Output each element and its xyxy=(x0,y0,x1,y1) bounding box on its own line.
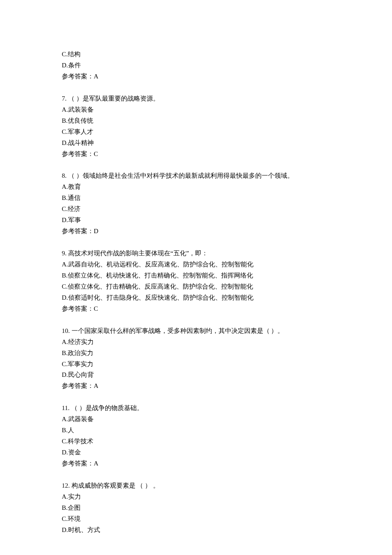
option-b: B.人 xyxy=(62,425,330,436)
option-text: 企图 xyxy=(68,504,81,511)
option-letter: C xyxy=(62,128,66,135)
option-letter: A xyxy=(62,183,66,190)
answer-line: 参考答案：A xyxy=(62,381,330,392)
option-text: 人 xyxy=(68,427,74,434)
option-d: D.战斗精神 xyxy=(62,138,330,149)
question-stem-line: 11. （ ）是战争的物质基础。 xyxy=(62,403,330,414)
option-text: 侦察立体化、机动快速化、打击精确化、控制智能化、指挥网络化 xyxy=(68,272,253,279)
answer-value: C xyxy=(94,305,98,312)
option-a: A.经济实力 xyxy=(62,337,330,348)
answer-label: 参考答案： xyxy=(62,150,94,157)
option-c: C.环境 xyxy=(62,514,330,525)
option-text: 武器装备 xyxy=(68,416,94,422)
option-letter: D xyxy=(62,62,66,69)
option-letter: D xyxy=(62,217,66,223)
option-b: B.通信 xyxy=(62,193,330,204)
option-letter: B xyxy=(62,427,66,434)
answer-value: A xyxy=(94,382,98,389)
option-b: B.侦察立体化、机动快速化、打击精确化、控制智能化、指挥网络化 xyxy=(62,270,330,281)
question-stem: （ ）是军队最重要的战略资源。 xyxy=(68,95,159,102)
option-letter: A xyxy=(62,261,66,268)
option-text: 军事 xyxy=(68,217,81,223)
option-c: C.结构 xyxy=(62,49,330,60)
option-d: D.军事 xyxy=(62,215,330,226)
answer-label: 参考答案： xyxy=(62,305,94,312)
question-stem-line: 12. 构成威胁的客观要素是 （ ） 。 xyxy=(62,480,330,491)
option-text: 军事人才 xyxy=(68,128,93,135)
option-c: C.科学技术 xyxy=(62,436,330,447)
option-text: 经济 xyxy=(68,205,81,212)
option-a: A.武器自动化、机动远程化、反应高速化、防护综合化、控制智能化 xyxy=(62,259,330,270)
question-number: 10. xyxy=(62,327,70,334)
question-number: 8. xyxy=(62,172,66,179)
answer-line: 参考答案：A xyxy=(62,71,330,82)
option-text: 经济实力 xyxy=(68,338,94,345)
question-stem-line: 10. 一个国家采取什么样的军事战略，受多种因素制约，其中决定因素是（ ）。 xyxy=(62,326,330,337)
option-text: 时机、方式 xyxy=(68,526,100,533)
option-letter: C xyxy=(62,515,66,522)
option-text: 侦察立体化、打击精确化、反应高速化、防护综合化、控制智能化 xyxy=(68,283,253,290)
option-letter: C xyxy=(62,51,66,58)
question-12: 12. 构成威胁的客观要素是 （ ） 。 A.实力 B.企图 C.环境 D.时机… xyxy=(62,480,330,536)
option-text: 实力 xyxy=(68,493,81,500)
question-number: 11. xyxy=(62,405,69,411)
question-stem-line: 8. （ ）领域始终是社会生活中对科学技术的最新成就利用得最快最多的一个领域。 xyxy=(62,171,330,182)
answer-value: A xyxy=(94,460,98,467)
option-letter: C xyxy=(62,283,66,290)
option-c: C.侦察立体化、打击精确化、反应高速化、防护综合化、控制智能化 xyxy=(62,281,330,292)
option-letter: D xyxy=(62,371,66,378)
option-letter: D xyxy=(62,294,66,301)
question-stem: 构成威胁的客观要素是 （ ） 。 xyxy=(72,482,159,489)
option-a: A.教育 xyxy=(62,182,330,193)
answer-label: 参考答案： xyxy=(62,228,94,234)
option-text: 优良传统 xyxy=(68,117,93,124)
answer-value: C xyxy=(94,150,98,157)
question-number: 9. xyxy=(62,250,66,257)
option-text: 条件 xyxy=(68,62,81,69)
option-b: B.政治实力 xyxy=(62,348,330,359)
option-text: 战斗精神 xyxy=(68,139,94,146)
question-stem: （ ）是战争的物质基础。 xyxy=(71,405,143,411)
option-letter: A xyxy=(62,106,66,113)
answer-label: 参考答案： xyxy=(62,460,94,467)
option-text: 通信 xyxy=(68,194,81,201)
option-text: 结构 xyxy=(68,51,81,58)
answer-value: A xyxy=(94,73,98,80)
option-a: A.实力 xyxy=(62,491,330,503)
option-letter: B xyxy=(62,194,66,201)
option-text: 武装装备 xyxy=(68,106,94,113)
option-letter: C xyxy=(62,438,66,445)
option-letter: A xyxy=(62,416,66,422)
question-6-trailing: C.结构 D.条件 参考答案：A xyxy=(62,49,330,82)
option-a: A.武器装备 xyxy=(62,414,330,425)
question-9: 9. 高技术对现代作战的影响主要体现在“五化”，即： A.武器自动化、机动远程化… xyxy=(62,248,330,315)
answer-line: 参考答案：A xyxy=(62,458,330,469)
question-stem: （ ）领域始终是社会生活中对科学技术的最新成就利用得最快最多的一个领域。 xyxy=(68,172,294,179)
option-text: 资金 xyxy=(68,449,81,456)
question-stem: 一个国家采取什么样的军事战略，受多种因素制约，其中决定因素是（ ）。 xyxy=(72,327,284,334)
question-stem-line: 7. （ ）是军队最重要的战略资源。 xyxy=(62,93,330,104)
option-c: C.军事人才 xyxy=(62,127,330,138)
question-number: 12. xyxy=(62,482,70,489)
option-letter: B xyxy=(62,117,66,124)
question-8: 8. （ ）领域始终是社会生活中对科学技术的最新成就利用得最快最多的一个领域。 … xyxy=(62,171,330,237)
option-text: 教育 xyxy=(68,183,81,190)
question-stem-line: 9. 高技术对现代作战的影响主要体现在“五化”，即： xyxy=(62,248,330,259)
option-letter: D xyxy=(62,139,66,146)
option-text: 军事实力 xyxy=(68,361,93,367)
question-11: 11. （ ）是战争的物质基础。 A.武器装备 B.人 C.科学技术 D.资金 … xyxy=(62,403,330,469)
answer-label: 参考答案： xyxy=(62,382,94,389)
option-letter: C xyxy=(62,205,66,212)
option-letter: B xyxy=(62,504,66,511)
option-letter: B xyxy=(62,272,66,279)
option-b: B.企图 xyxy=(62,503,330,514)
option-d: D.条件 xyxy=(62,60,330,71)
option-b: B.优良传统 xyxy=(62,116,330,127)
option-d: D.侦察适时化、打击隐身化、反应快速化、防护综合化、控制智能化 xyxy=(62,292,330,304)
option-d: D.民心向背 xyxy=(62,370,330,381)
question-7: 7. （ ）是军队最重要的战略资源。 A.武装装备 B.优良传统 C.军事人才 … xyxy=(62,93,330,160)
question-10: 10. 一个国家采取什么样的军事战略，受多种因素制约，其中决定因素是（ ）。 A… xyxy=(62,326,330,392)
option-text: 侦察适时化、打击隐身化、反应快速化、防护综合化、控制智能化 xyxy=(68,294,254,301)
option-d: D.资金 xyxy=(62,447,330,458)
option-d: D.时机、方式 xyxy=(62,525,330,536)
